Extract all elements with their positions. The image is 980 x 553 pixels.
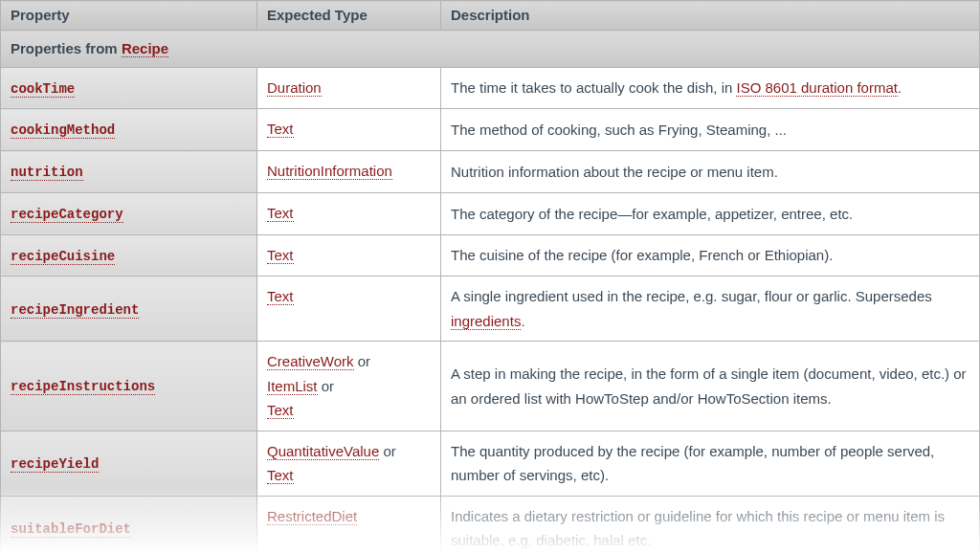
text-span: or <box>318 378 335 394</box>
property-link[interactable]: recipeCategory <box>11 207 123 223</box>
expected-type-cell: Text <box>257 109 441 151</box>
property-name-cell: suitableForDiet <box>1 496 257 553</box>
description-cell: The time it takes to actually cook the d… <box>441 67 980 109</box>
property-link[interactable]: recipeInstructions <box>11 379 155 395</box>
expected-type-cell: Text <box>257 234 441 276</box>
header-property: Property <box>1 1 257 31</box>
text-span: or <box>354 353 371 369</box>
type-link[interactable]: NutritionInformation <box>267 163 392 180</box>
property-link[interactable]: recipeIngredient <box>11 302 139 319</box>
section-prefix: Properties from <box>11 40 122 56</box>
type-link[interactable]: Text <box>267 205 294 222</box>
type-link[interactable]: RestrictedDiet <box>267 508 357 525</box>
description-cell: The quantity produced by the recipe (for… <box>441 431 980 496</box>
expected-type-cell: QuantitativeValue orText <box>257 431 441 496</box>
property-name-cell: recipeYield <box>1 431 257 496</box>
table-header-row: Property Expected Type Description <box>1 1 980 31</box>
property-row: recipeYieldQuantitativeValue orTextThe q… <box>1 431 980 496</box>
text-span: . <box>898 79 902 96</box>
property-row: cookTimeDurationThe time it takes to act… <box>1 67 980 109</box>
property-link[interactable]: suitableForDiet <box>11 521 131 538</box>
text-span: or <box>379 443 396 459</box>
header-description: Description <box>441 1 980 31</box>
property-row: recipeCuisineTextThe cuisine of the reci… <box>1 234 980 276</box>
property-link[interactable]: cookingMethod <box>11 122 115 139</box>
type-link[interactable]: Text <box>267 288 294 305</box>
text-span: Indicates a dietary restriction or guide… <box>451 508 945 549</box>
property-row: recipeCategoryTextThe category of the re… <box>1 192 980 234</box>
property-name-cell: cookingMethod <box>1 109 257 151</box>
property-link[interactable]: nutrition <box>11 165 83 181</box>
expected-type-cell: NutritionInformation <box>257 151 441 193</box>
property-name-cell: recipeCuisine <box>1 234 257 276</box>
text-span: The method of cooking, such as Frying, S… <box>451 122 787 138</box>
expected-type-cell: Text <box>257 192 441 234</box>
property-name-cell: cookTime <box>1 67 257 109</box>
expected-type-cell: CreativeWork orItemList orText <box>257 342 441 431</box>
description-cell: A single ingredient used in the recipe, … <box>441 276 980 342</box>
type-link[interactable]: ISO 8601 duration format <box>736 79 897 97</box>
type-link[interactable]: Text <box>267 247 294 264</box>
property-name-cell: recipeIngredient <box>1 276 257 342</box>
expected-type-cell: Duration <box>257 67 441 109</box>
property-link[interactable]: recipeYield <box>11 456 99 473</box>
text-span: The cuisine of the recipe (for example, … <box>451 247 833 263</box>
schema-properties-table: Property Expected Type Description Prope… <box>0 0 980 553</box>
text-span: The category of the recipe—for example, … <box>451 206 853 222</box>
text-span: . <box>521 313 524 329</box>
description-cell: The cuisine of the recipe (for example, … <box>441 234 980 276</box>
property-row: nutritionNutritionInformationNutrition i… <box>1 151 980 193</box>
type-link[interactable]: ItemList <box>267 378 318 395</box>
schema-properties-table-container: Property Expected Type Description Prope… <box>0 0 980 553</box>
section-row-recipe: Properties from Recipe <box>1 31 980 68</box>
expected-type-cell: Text <box>257 276 441 342</box>
property-name-cell: nutrition <box>1 151 257 193</box>
text-span: A single ingredient used in the recipe, … <box>451 288 932 304</box>
expected-type-cell: RestrictedDiet <box>257 496 441 553</box>
property-row: recipeInstructionsCreativeWork orItemLis… <box>1 342 980 431</box>
type-link[interactable]: Text <box>267 467 294 484</box>
header-expected-type: Expected Type <box>257 1 441 31</box>
type-link[interactable]: QuantitativeValue <box>267 443 379 460</box>
property-link[interactable]: cookTime <box>11 81 75 98</box>
description-cell: The category of the recipe—for example, … <box>441 192 980 234</box>
section-type-link[interactable]: Recipe <box>122 40 168 57</box>
text-span: Nutrition information about the recipe o… <box>451 164 778 180</box>
text-span: The quantity produced by the recipe (for… <box>451 443 934 484</box>
type-link[interactable]: CreativeWork <box>267 353 354 370</box>
description-cell: Indicates a dietary restriction or guide… <box>441 496 980 553</box>
property-row: cookingMethodTextThe method of cooking, … <box>1 109 980 151</box>
property-name-cell: recipeCategory <box>1 192 257 234</box>
description-cell: Nutrition information about the recipe o… <box>441 151 980 193</box>
property-row: suitableForDietRestrictedDietIndicates a… <box>1 496 980 553</box>
text-span: A step in making the recipe, in the form… <box>451 365 967 407</box>
section-label: Properties from Recipe <box>1 31 980 68</box>
type-link[interactable]: Text <box>267 121 294 138</box>
description-cell: A step in making the recipe, in the form… <box>441 342 980 431</box>
property-name-cell: recipeInstructions <box>1 342 257 431</box>
type-link[interactable]: Text <box>267 402 294 419</box>
description-cell: The method of cooking, such as Frying, S… <box>441 109 980 151</box>
type-link[interactable]: Duration <box>267 79 322 97</box>
property-row: recipeIngredientTextA single ingredient … <box>1 276 980 342</box>
property-link[interactable]: recipeCuisine <box>11 249 115 265</box>
type-link[interactable]: ingredients <box>451 313 521 330</box>
text-span: The time it takes to actually cook the d… <box>451 79 736 96</box>
